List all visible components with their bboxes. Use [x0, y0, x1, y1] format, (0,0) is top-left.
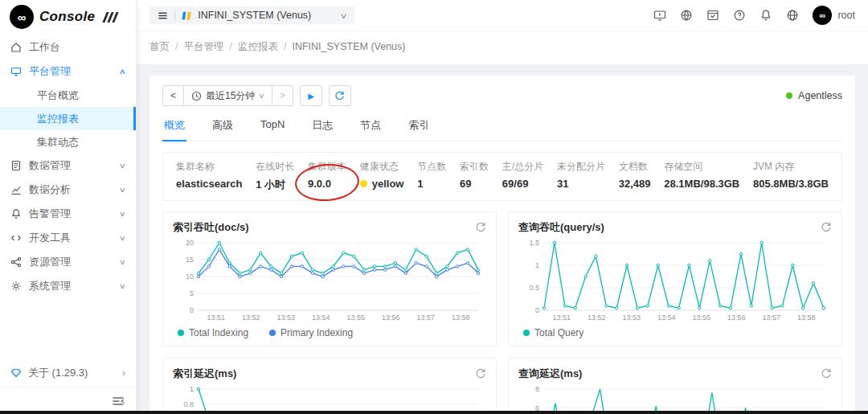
stat-label: 健康状态 [360, 160, 404, 174]
stat-item: 健康状态yellow [360, 160, 404, 192]
stat-label: 未分配分片 [557, 160, 605, 174]
chevron-down-icon: ∨ [119, 210, 126, 218]
chart-plot-index-throughput: 0510152013:5113:5213:5313:5413:5513:5613… [173, 238, 486, 323]
help-icon[interactable] [733, 9, 746, 22]
app-window: ∞ Console 工作台 平台管理 ∧ 平台概览 监控报表 集群动态 [0, 0, 868, 414]
tab-4[interactable]: 节点 [358, 114, 383, 141]
legend-dot-icon [269, 330, 276, 336]
sidebar-item-monitoring[interactable]: 监控报表 [0, 107, 136, 130]
chart-legend: Total IndexingPrimary Indexing [173, 323, 486, 341]
health-dot-icon [360, 180, 367, 187]
user-avatar[interactable]: ∞ [813, 6, 832, 25]
chart-refresh-icon[interactable] [475, 368, 486, 379]
chart-card-index-latency: 索引延迟(ms) 0.20.40.60.81 [162, 358, 497, 414]
sidebar-item-system-management[interactable]: 系统管理 ∨ [0, 274, 136, 298]
chart-card-query-latency: 查询延迟(ms) 02468 [508, 358, 842, 414]
window-icon[interactable] [706, 9, 719, 22]
stat-item: 集群名称elasticsearch [176, 160, 242, 192]
breadcrumb-item[interactable]: 监控报表 [238, 41, 278, 52]
svg-text:1.5: 1.5 [529, 239, 539, 247]
chart-refresh-icon[interactable] [475, 222, 486, 233]
sidebar-menu: 工作台 平台管理 ∧ 平台概览 监控报表 集群动态 数据管理 ∨ [0, 34, 136, 298]
tab-3[interactable]: 日志 [310, 114, 334, 141]
network-icon[interactable] [680, 9, 693, 22]
breadcrumb-item[interactable]: 首页 [149, 41, 170, 52]
stat-item: 索引数69 [460, 160, 489, 192]
sidebar-item-alerting[interactable]: 告警管理 ∨ [0, 202, 136, 226]
tab-1[interactable]: 高级 [211, 114, 235, 141]
stat-value: yellow [360, 178, 404, 190]
stat-value: 1 小时 [256, 178, 294, 192]
cluster-selector-label: INFINI_SYSTEM (Venus) [198, 10, 311, 21]
stat-item: 未分配分片31 [557, 160, 605, 192]
menu-fold-icon[interactable] [112, 396, 125, 407]
auto-refresh-play-button[interactable]: ▶ [300, 85, 322, 106]
chart-refresh-icon[interactable] [821, 368, 832, 379]
svg-text:13:57: 13:57 [416, 314, 435, 322]
clock-icon [191, 91, 202, 101]
breadcrumb-separator: / [229, 41, 231, 52]
svg-text:20: 20 [186, 239, 194, 247]
legend-dot-icon [523, 330, 530, 336]
sidebar-item-platform-overview[interactable]: 平台概览 [0, 84, 136, 107]
svg-text:13:58: 13:58 [797, 314, 816, 322]
tab-0[interactable]: 概览 [162, 114, 186, 141]
monitoring-card: < 最近15分钟 ∨ > ▶ Agentless [149, 76, 855, 414]
sidebar-item-cluster-activities[interactable]: 集群动态 [0, 130, 136, 154]
chart-plot-index-latency: 0.20.40.60.81 [173, 384, 486, 414]
sidebar-item-workbench[interactable]: 工作台 [0, 35, 136, 59]
chart-plot-query-latency: 02468 [518, 384, 832, 414]
legend-item[interactable]: Primary Indexing [269, 327, 353, 338]
chart-refresh-icon[interactable] [821, 222, 832, 233]
sidebar-item-label: 资源管理 [29, 255, 71, 269]
tab-2[interactable]: TopN [259, 114, 286, 141]
top-header: | INFINI_SYSTEM (Venus) ∨ ∞ root [137, 0, 868, 31]
stat-value: elasticsearch [176, 178, 242, 190]
chevron-down-icon: ∨ [119, 162, 126, 170]
chevron-right-icon: › [122, 367, 125, 379]
tab-5[interactable]: 索引 [407, 114, 431, 141]
chevron-down-icon: ∨ [119, 258, 126, 266]
legend-label: Primary Indexing [280, 327, 353, 338]
stats-row: 集群名称elasticsearch在线时长1 小时集群版本9.0.0健康状态ye… [162, 152, 842, 201]
cluster-selector[interactable]: | INFINI_SYSTEM (Venus) ∨ [149, 6, 354, 24]
time-next-button[interactable]: > [272, 85, 293, 106]
screen-icon[interactable] [653, 9, 666, 22]
chart-legend: Total Query [518, 323, 832, 341]
next-icon: > [280, 90, 285, 101]
breadcrumb-separator: / [284, 41, 286, 52]
sidebar-item-data-analysis[interactable]: 数据分析 ∨ [0, 178, 136, 202]
sidebar-item-about[interactable]: 关于 (1.29.3) › [0, 359, 136, 387]
stat-item: 主/总分片69/69 [502, 160, 543, 192]
svg-text:13:51: 13:51 [207, 314, 225, 322]
stat-value: 32,489 [619, 178, 651, 190]
breadcrumb-item[interactable]: 平台管理 [183, 41, 223, 52]
legend-item[interactable]: Total Query [523, 327, 583, 338]
sidebar-item-data-management[interactable]: 数据管理 ∨ [0, 154, 136, 178]
username[interactable]: root [837, 10, 855, 21]
status-dot-icon [786, 92, 792, 99]
legend-item[interactable]: Total Indexing [178, 327, 248, 338]
sidebar-item-dev-tools[interactable]: 开发工具 ∨ [0, 226, 136, 250]
chart-title: 索引吞吐(doc/s) [173, 220, 249, 235]
sidebar-item-label: 平台概览 [37, 88, 79, 103]
svg-text:13:58: 13:58 [452, 314, 470, 322]
sidebar-item-platform[interactable]: 平台管理 ∧ [0, 59, 136, 84]
svg-text:1: 1 [535, 261, 539, 269]
stat-label: 在线时长 [256, 160, 294, 174]
app-logo[interactable]: ∞ Console [0, 0, 136, 34]
stat-value: 1 [417, 178, 446, 190]
breadcrumb-separator: / [175, 41, 178, 52]
sidebar-item-resource-management[interactable]: 资源管理 ∨ [0, 250, 136, 274]
time-range-button[interactable]: 最近15分钟 ∨ [183, 85, 272, 106]
gear-icon [10, 281, 22, 292]
bell-icon[interactable] [760, 9, 772, 22]
svg-text:1: 1 [190, 385, 194, 393]
svg-text:0: 0 [190, 306, 194, 314]
sidebar-spacer [0, 298, 136, 359]
play-icon: ▶ [308, 92, 314, 100]
time-prev-button[interactable]: < [162, 85, 184, 106]
refresh-button[interactable] [329, 85, 351, 106]
globe-icon[interactable] [786, 9, 799, 22]
stat-value: 9.0.0 [308, 178, 346, 190]
